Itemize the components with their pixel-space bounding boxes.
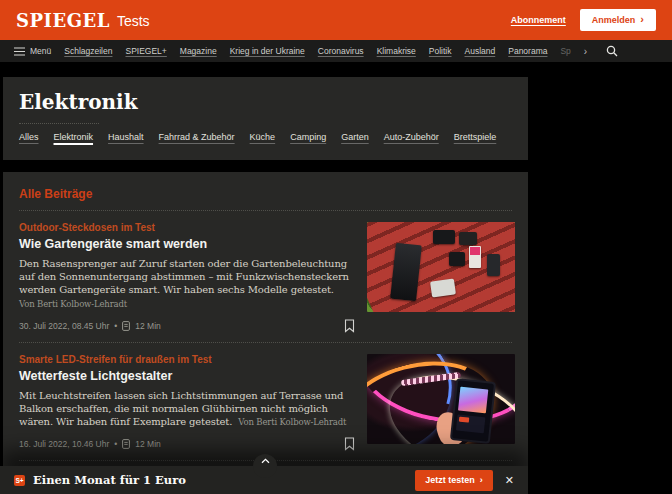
nav-item-klimakrise[interactable]: Klimakrise [377, 46, 416, 56]
product-name[interactable]: Tests [117, 13, 150, 29]
category-panel: Elektronik Alles Elektronik Haushalt Fah… [3, 77, 528, 160]
article-teaser-text: Mit Leuchtstreifen lassen sich Lichtstim… [19, 389, 355, 429]
anmelden-label: Anmelden [592, 15, 636, 25]
smart-plug-graphic [449, 252, 465, 266]
menu-label: Menü [30, 46, 51, 56]
tab-fahrrad-zubehoer[interactable]: Fahrrad & Zubehör [159, 132, 235, 142]
tab-brettspiele[interactable]: Brettspiele [454, 132, 497, 142]
article-text-block: Outdoor-Steckdosen im Test Wie Gartenger… [19, 222, 355, 333]
bookmark-button[interactable] [344, 437, 355, 451]
chevron-right-icon: › [640, 14, 644, 25]
close-banner-button[interactable]: ✕ [505, 475, 514, 486]
meta-bullet: • [114, 321, 117, 331]
site-header: SPIEGEL Tests Abonnement Anmelden › [0, 0, 672, 40]
banner-message: Einen Monat für 1 Euro [33, 473, 186, 487]
smart-plug-graphic [459, 232, 477, 245]
article-teaser-1: Outdoor-Steckdosen im Test Wie Gartenger… [3, 211, 528, 333]
article-date: 30. Juli 2022, 08.45 Uhr [19, 321, 109, 331]
bookmark-button[interactable] [344, 319, 355, 333]
article-title[interactable]: Wie Gartengeräte smart werden [19, 237, 355, 251]
phone-ui-graphic [456, 414, 486, 433]
search-button[interactable] [606, 45, 618, 57]
chevron-right-icon: › [480, 475, 483, 485]
tab-elektronik[interactable]: Elektronik [54, 132, 94, 142]
article-teaser-text: Den Rasensprenger auf Zuruf starten oder… [19, 257, 355, 310]
anmelden-button[interactable]: Anmelden › [580, 9, 656, 31]
tab-kueche[interactable]: Küche [250, 132, 276, 142]
search-icon [606, 45, 618, 57]
reading-time-icon [122, 321, 130, 331]
nav-item-krieg-ukraine[interactable]: Krieg in der Ukraine [230, 46, 305, 56]
article-title[interactable]: Wetterfeste Lichtgestalter [19, 369, 355, 383]
category-tabs: Alles Elektronik Haushalt Fahrrad & Zube… [19, 132, 528, 142]
article-byline: Von Berti Kolbow-Lehradt [19, 299, 127, 309]
article-date: 16. Juli 2022, 10.46 Uhr [19, 439, 109, 449]
nav-item-panorama[interactable]: Panorama [508, 46, 547, 56]
bookmark-icon [344, 319, 355, 333]
nav-item-spiegel-plus[interactable]: SPIEGEL+ [125, 46, 166, 56]
spiegel-plus-logo: S+ [14, 475, 25, 486]
title-divider [19, 123, 99, 124]
article-thumbnail-garden-plugs[interactable] [367, 222, 515, 312]
white-device-graphic [430, 278, 456, 297]
article-kicker[interactable]: Outdoor-Steckdosen im Test [19, 222, 355, 233]
tab-camping[interactable]: Camping [290, 132, 326, 142]
spiegel-logo[interactable]: SPIEGEL [16, 10, 110, 31]
smart-plug-graphic [487, 254, 500, 276]
main-navbar: Menü Schlagzeilen SPIEGEL+ Magazine Krie… [0, 40, 672, 62]
abonnement-link[interactable]: Abonnement [511, 15, 566, 25]
tab-auto-zubehoer[interactable]: Auto-Zubehör [384, 132, 439, 142]
nav-item-overflow[interactable]: Sp [560, 46, 570, 56]
nav-item-coronavirus[interactable]: Coronavirus [318, 46, 364, 56]
tab-garten[interactable]: Garten [341, 132, 369, 142]
collapse-banner-button[interactable] [253, 454, 277, 478]
menu-button[interactable]: Menü [14, 46, 51, 56]
feed-panel: Alle Beiträge Outdoor-Steckdosen im Test… [3, 172, 528, 494]
nav-scroll-chevron-icon[interactable]: › [584, 46, 587, 57]
article-duration: 12 Min [135, 439, 161, 449]
phone-screen-graphic [458, 386, 488, 413]
article-meta-row: 30. Juli 2022, 08.45 Uhr • 12 Min [19, 319, 355, 333]
device-card-graphic [469, 246, 481, 268]
smartphone-graphic [450, 378, 496, 444]
article-thumbnail-led-strips[interactable] [367, 354, 515, 444]
nav-item-ausland[interactable]: Ausland [465, 46, 496, 56]
article-text-block: Smarte LED-Streifen für draußen im Test … [19, 354, 355, 452]
hamburger-icon [14, 47, 25, 56]
article-byline: Von Berti Kolbow-Lehradt [238, 417, 346, 427]
page-title: Elektronik [19, 90, 528, 114]
bookmark-icon [344, 437, 355, 451]
nav-item-schlagzeilen[interactable]: Schlagzeilen [64, 46, 112, 56]
cta-label: Jetzt testen [425, 475, 475, 485]
tab-alles[interactable]: Alles [19, 132, 39, 142]
header-actions: Abonnement Anmelden › [511, 9, 656, 31]
article-teaser-2: Smarte LED-Streifen für draußen im Test … [3, 343, 528, 452]
reading-time-icon [122, 439, 130, 449]
tab-haushalt[interactable]: Haushalt [108, 132, 144, 142]
meta-bullet: • [114, 439, 117, 449]
smart-plug-graphic [433, 230, 455, 244]
feed-heading: Alle Beiträge [19, 187, 528, 201]
nav-item-politik[interactable]: Politik [429, 46, 452, 56]
nav-item-magazine[interactable]: Magazine [180, 46, 217, 56]
article-duration: 12 Min [135, 321, 161, 331]
article-kicker[interactable]: Smarte LED-Streifen für draußen im Test [19, 354, 355, 365]
article-meta-row: 16. Juli 2022, 10.46 Uhr • 12 Min [19, 437, 355, 451]
subscription-banner: S+ Einen Monat für 1 Euro Jetzt testen ›… [0, 466, 528, 494]
jetzt-testen-button[interactable]: Jetzt testen › [415, 470, 493, 491]
teaser-body: Den Rasensprenger auf Zuruf starten oder… [19, 258, 349, 295]
chevron-up-icon [261, 458, 270, 464]
